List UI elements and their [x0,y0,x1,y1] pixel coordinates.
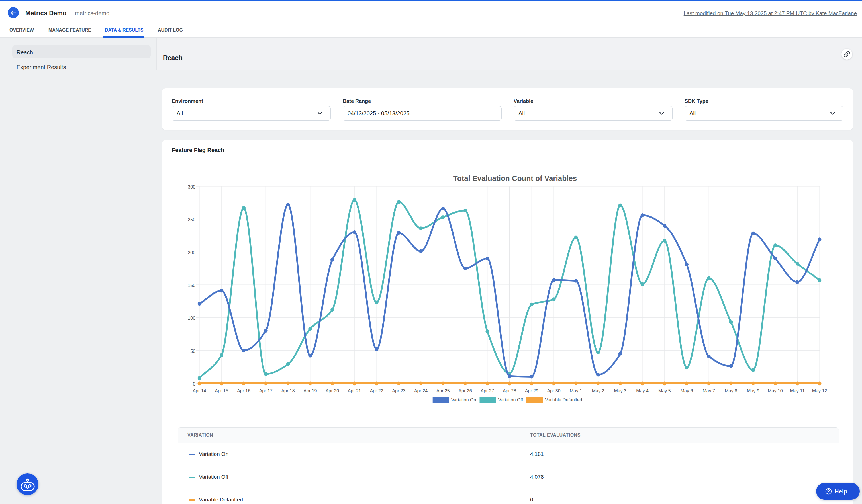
svg-text:May 10: May 10 [768,388,783,393]
svg-text:Apr 25: Apr 25 [436,388,450,393]
svg-text:Total Evaluation Count of Vari: Total Evaluation Count of Variables [453,174,577,183]
svg-text:250: 250 [188,217,195,222]
svg-text:100: 100 [188,316,195,321]
svg-text:May 8: May 8 [725,388,737,393]
svg-text:Apr 19: Apr 19 [303,388,317,393]
svg-text:May 1: May 1 [570,388,582,393]
svg-text:200: 200 [188,250,195,255]
svg-text:May 4: May 4 [636,388,649,393]
svg-text:Apr 26: Apr 26 [458,388,472,393]
svg-text:50: 50 [190,349,195,354]
svg-text:Apr 27: Apr 27 [481,388,494,393]
svg-text:Variation On: Variation On [451,398,476,402]
svg-text:May 9: May 9 [747,388,759,393]
svg-text:150: 150 [188,283,195,288]
svg-text:Apr 24: Apr 24 [414,388,428,393]
svg-text:May 12: May 12 [812,388,827,393]
svg-text:Apr 18: Apr 18 [281,388,295,393]
svg-text:300: 300 [188,185,195,189]
svg-text:Apr 16: Apr 16 [237,388,250,393]
svg-text:Apr 28: Apr 28 [503,388,516,393]
svg-text:May 11: May 11 [790,388,805,393]
svg-text:Variation Off: Variation Off [498,398,523,402]
svg-text:Apr 20: Apr 20 [326,388,339,393]
svg-text:Apr 21: Apr 21 [348,388,361,393]
svg-text:May 3: May 3 [614,388,626,393]
svg-text:0: 0 [193,382,195,386]
svg-text:Apr 15: Apr 15 [215,388,228,393]
svg-text:Apr 29: Apr 29 [525,388,538,393]
svg-text:May 2: May 2 [592,388,604,393]
svg-text:Apr 22: Apr 22 [370,388,383,393]
svg-text:Apr 14: Apr 14 [193,388,206,393]
svg-text:Variable Defaulted: Variable Defaulted [545,398,582,402]
svg-text:Apr 23: Apr 23 [392,388,405,393]
svg-text:Apr 17: Apr 17 [259,388,273,393]
svg-text:Apr 30: Apr 30 [547,388,560,393]
svg-text:May 6: May 6 [681,388,693,393]
svg-text:May 5: May 5 [658,388,671,393]
svg-text:May 7: May 7 [703,388,715,393]
